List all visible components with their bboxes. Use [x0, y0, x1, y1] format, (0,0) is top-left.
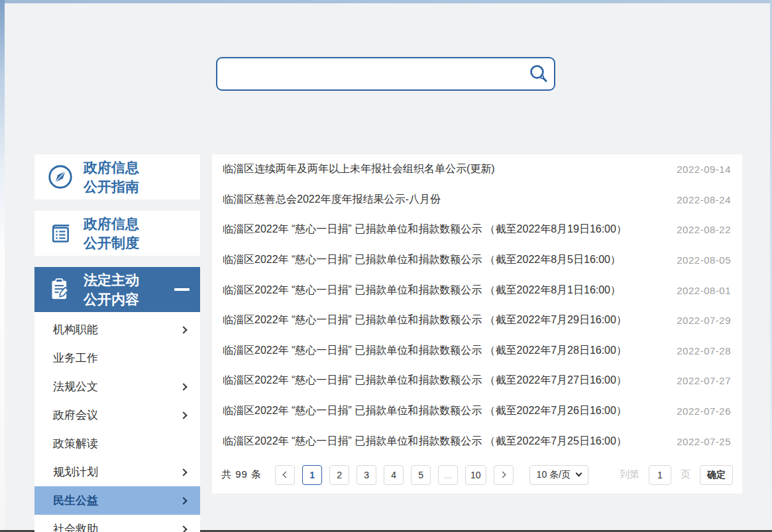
search-bar [216, 57, 555, 91]
sidebar-item-gov-info-guide[interactable]: 政府信息 公开指南 [34, 154, 200, 199]
sidebar-submenu: 机构职能 业务工作 法规公文 政府会议 政策解读 [34, 312, 200, 532]
announcement-date: 2022-07-25 [677, 436, 731, 447]
pagination: 共 99 条 1 2 3 4 5 ... 10 10 条/ [212, 456, 742, 494]
chevron-right-icon [180, 497, 187, 504]
list-item: 临淄区2022年 “慈心一日捐” 已捐款单位和捐款数额公示 （截至2022年8月… [212, 275, 742, 305]
sidebar-submenu-item[interactable]: 机构职能 [34, 315, 200, 344]
sidebar-item-gov-info-system[interactable]: 政府信息 公开制度 [34, 211, 200, 256]
submenu-item-label: 机构职能 [53, 322, 98, 337]
page-size-value: 10 条/页 [537, 469, 571, 481]
collapse-minus-icon[interactable] [174, 288, 190, 291]
announcement-link[interactable]: 临淄区2022年 “慈心一日捐” 已捐款单位和捐款数额公示 （截至2022年8月… [223, 253, 621, 267]
list-item: 临淄区2022年 “慈心一日捐” 已捐款单位和捐款数额公示 （截至2022年8月… [212, 215, 742, 245]
announcement-link[interactable]: 临淄区2022年 “慈心一日捐” 已捐款单位和捐款数额公示 （截至2022年7月… [223, 404, 627, 418]
chevron-right-icon [180, 411, 187, 419]
document-icon [47, 220, 74, 246]
sidebar-submenu-item[interactable]: 政府会议 [34, 401, 200, 429]
list-item: 临淄区慈善总会2022年度年报结果公示-八月份 2022-08-24 [212, 185, 742, 215]
submenu-item-label: 政策解读 [53, 436, 98, 451]
chevron-right-icon [180, 525, 187, 532]
submenu-item-label: 法规公文 [53, 379, 98, 394]
chevron-down-icon [576, 470, 582, 477]
list-item: 临淄区2022年 “慈心一日捐” 已捐款单位和捐款数额公示 （截至2022年7月… [212, 396, 742, 427]
announcement-link[interactable]: 临淄区2022年 “慈心一日捐” 已捐款单位和捐款数额公示 （截至2022年7月… [223, 313, 627, 327]
next-page-button[interactable] [494, 465, 514, 485]
submenu-item-label: 社会救助 [53, 521, 98, 532]
sidebar-submenu-item[interactable]: 社会救助 [34, 515, 200, 532]
announcement-list-panel: 临淄区连续两年及两年以上未年报社会组织名单公示(更新) 2022-09-14 临… [212, 154, 742, 494]
chevron-left-icon [283, 472, 290, 478]
confirm-button[interactable]: 确定 [700, 465, 733, 485]
search-input[interactable] [217, 58, 524, 89]
sidebar-item-label: 法定主动 公开内容 [83, 270, 139, 309]
announcement-date: 2022-07-29 [677, 315, 731, 326]
sidebar-submenu-item[interactable]: 规划计划 [34, 458, 200, 486]
list-item: 临淄区2022年 “慈心一日捐” 已捐款单位和捐款数额公示 （截至2022年8月… [212, 245, 742, 276]
chevron-right-icon [499, 472, 506, 478]
compass-icon [47, 164, 74, 190]
list-item: 临淄区2022年 “慈心一日捐” 已捐款单位和捐款数额公示 （截至2022年7月… [212, 336, 742, 366]
submenu-item-label: 业务工作 [53, 350, 98, 366]
announcement-link[interactable]: 临淄区2022年 “慈心一日捐” 已捐款单位和捐款数额公示 （截至2022年8月… [223, 284, 621, 297]
goto-page-suffix: 页 [681, 468, 690, 481]
announcement-date: 2022-08-01 [677, 285, 731, 296]
sidebar: 政府信息 公开指南 政府信息 公开制度 法定主动 [34, 154, 200, 532]
sidebar-submenu-item[interactable]: 业务工作 [34, 344, 200, 372]
submenu-item-label: 规划计划 [53, 464, 98, 480]
page-number-button[interactable]: 5 [411, 465, 431, 485]
announcement-date: 2022-07-26 [677, 405, 731, 417]
announcement-link[interactable]: 临淄区慈善总会2022年度年报结果公示-八月份 [223, 193, 441, 207]
page-number-button[interactable]: 3 [357, 465, 376, 485]
announcement-date: 2022-08-05 [677, 254, 731, 266]
sidebar-item-label: 政府信息 公开指南 [83, 158, 139, 196]
list-item: 临淄区2022年 “慈心一日捐” 已捐款单位和捐款数额公示 （截至2022年7月… [212, 426, 742, 456]
submenu-item-label: 政府会议 [53, 407, 98, 423]
chevron-right-icon [180, 326, 187, 333]
sidebar-item-label: 政府信息 公开制度 [83, 214, 139, 252]
page-number-button[interactable]: 2 [329, 465, 349, 485]
announcement-date: 2022-07-27 [677, 375, 731, 386]
total-count: 共 99 条 [221, 468, 262, 481]
clipboard-pencil-icon [47, 276, 74, 303]
announcement-date: 2022-08-22 [677, 224, 731, 235]
goto-page-input[interactable] [649, 465, 671, 485]
page-number-button[interactable]: ... [438, 465, 458, 485]
announcement-list: 临淄区连续两年及两年以上未年报社会组织名单公示(更新) 2022-09-14 临… [212, 154, 742, 456]
sidebar-submenu-item[interactable]: 法规公文 [34, 372, 200, 401]
page-number-button[interactable]: 4 [384, 465, 404, 485]
sidebar-submenu-item[interactable]: 民生公益 [34, 486, 200, 515]
prev-page-button[interactable] [275, 465, 295, 485]
search-icon [527, 63, 550, 85]
announcement-date: 2022-08-24 [677, 194, 731, 205]
sidebar-item-statutory-disclosure[interactable]: 法定主动 公开内容 [34, 267, 200, 312]
page-number-button[interactable]: 10 [465, 465, 486, 485]
page-size-select[interactable]: 10 条/页 [529, 465, 588, 485]
list-item: 临淄区2022年 “慈心一日捐” 已捐款单位和捐款数额公示 （截至2022年7月… [212, 366, 742, 396]
top-edge-decoration [0, 0, 772, 3]
announcement-link[interactable]: 临淄区2022年 “慈心一日捐” 已捐款单位和捐款数额公示 （截至2022年8月… [223, 223, 627, 237]
sidebar-submenu-item[interactable]: 政策解读 [34, 429, 200, 458]
page-number-button[interactable]: 1 [302, 465, 322, 485]
left-edge-decoration [0, 0, 5, 532]
list-item: 临淄区2022年 “慈心一日捐” 已捐款单位和捐款数额公示 （截至2022年7月… [212, 305, 742, 336]
announcement-link[interactable]: 临淄区连续两年及两年以上未年报社会组织名单公示(更新) [223, 162, 495, 176]
search-button[interactable] [524, 59, 554, 89]
announcement-link[interactable]: 临淄区2022年 “慈心一日捐” 已捐款单位和捐款数额公示 （截至2022年7月… [223, 344, 627, 358]
list-item: 临淄区连续两年及两年以上未年报社会组织名单公示(更新) 2022-09-14 [212, 154, 742, 185]
page-number-list: 1 2 3 4 5 ... 10 [302, 465, 486, 485]
announcement-date: 2022-07-28 [677, 345, 731, 356]
announcement-date: 2022-09-14 [677, 164, 731, 175]
chevron-right-icon [180, 383, 187, 390]
chevron-right-icon [180, 468, 187, 476]
announcement-link[interactable]: 临淄区2022年 “慈心一日捐” 已捐款单位和捐款数额公示 （截至2022年7月… [223, 374, 627, 388]
submenu-item-label: 民生公益 [53, 493, 98, 508]
announcement-link[interactable]: 临淄区2022年 “慈心一日捐” 已捐款单位和捐款数额公示 （截至2022年7月… [223, 435, 627, 449]
goto-page-prefix: 到第 [620, 468, 639, 481]
